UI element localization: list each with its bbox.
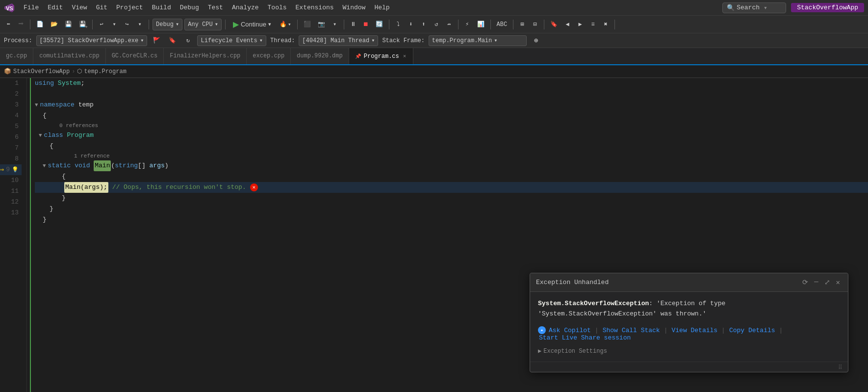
refresh-debug-button[interactable]: ↻ bbox=[182, 35, 193, 46]
hot-reload-button[interactable]: 🔥 ▾ bbox=[277, 18, 294, 31]
menu-tools[interactable]: Tools bbox=[264, 3, 291, 12]
sep-2: | bbox=[664, 327, 668, 334]
breadcrumb-class[interactable]: temp.Program bbox=[84, 68, 126, 75]
stop-button[interactable]: ⏹ bbox=[360, 18, 371, 31]
debug-mode-dropdown[interactable]: Debug ▾ bbox=[153, 19, 182, 30]
breadcrumb-project[interactable]: StackOverflowApp bbox=[13, 68, 70, 75]
clear-bookmarks-button[interactable]: ✖ bbox=[600, 18, 611, 31]
collapse-icon-5[interactable]: ▼ bbox=[39, 130, 42, 141]
lifecycle-dropdown[interactable]: Lifecycle Events ▾ bbox=[197, 35, 266, 46]
next-bookmark-button[interactable]: ▶ bbox=[575, 18, 586, 31]
menu-build[interactable]: Build bbox=[148, 3, 175, 12]
performance-button[interactable]: ⚡ bbox=[462, 18, 473, 31]
bookmark-debug-button[interactable]: 🔖 bbox=[166, 35, 179, 46]
gutter-line-5: 5 bbox=[0, 121, 22, 132]
tab-label: comutilnative.cpp bbox=[39, 52, 99, 59]
tab-gc-coreclr[interactable]: GC.CoreCLR.cs bbox=[106, 48, 164, 64]
breadcrumb-symbol-icon: ⬡ bbox=[77, 68, 82, 75]
method-name-highlighted: Main bbox=[94, 160, 111, 171]
thread-dropdown[interactable]: [40428] Main Thread ▾ bbox=[299, 35, 378, 46]
code-content[interactable]: using System ; ▼ namespace temp { 0 refe… bbox=[31, 78, 868, 392]
undo-dropdown[interactable]: ▾ bbox=[109, 18, 120, 31]
layout-button[interactable]: ⊞ bbox=[517, 18, 528, 31]
platform-dropdown[interactable]: Any CPU ▾ bbox=[184, 19, 222, 30]
tab-dump[interactable]: dump.9920.dmp bbox=[291, 48, 349, 64]
new-file-button[interactable]: 📄 bbox=[34, 18, 46, 31]
restart-button[interactable]: 🔄 bbox=[373, 18, 385, 31]
continue-button[interactable]: ▶ Continue ▾ bbox=[229, 19, 275, 30]
redo-button[interactable]: ↪ bbox=[122, 18, 132, 31]
close-exception-button[interactable]: ✕ bbox=[834, 277, 842, 287]
tab-finalizer[interactable]: FinalizerHelpers.cpp bbox=[164, 48, 247, 64]
menu-project[interactable]: Project bbox=[112, 3, 147, 12]
menu-extensions[interactable]: Extensions bbox=[292, 3, 338, 12]
code-line-9: Main(args); // Oops, this recursion won'… bbox=[35, 182, 868, 193]
view-details-button[interactable]: View Details bbox=[670, 327, 718, 334]
save-all-button[interactable]: 💾+ bbox=[77, 18, 89, 31]
step-back-button[interactable]: ↺ bbox=[431, 18, 442, 31]
menu-edit[interactable]: Edit bbox=[44, 3, 67, 12]
menu-view[interactable]: View bbox=[68, 3, 91, 12]
menu-window[interactable]: Window bbox=[339, 3, 370, 12]
collapse-icon-7[interactable]: ▼ bbox=[43, 160, 46, 171]
process-dropdown[interactable]: [35572] StackOverflowApp.exe ▾ bbox=[36, 35, 148, 46]
back-button[interactable]: ⬅ bbox=[3, 18, 14, 31]
stackframe-dropdown[interactable]: temp.Program.Main ▾ bbox=[429, 35, 527, 46]
pause-button[interactable]: ⏸ bbox=[348, 18, 358, 31]
breakpoints-button[interactable]: ⬛ bbox=[301, 18, 313, 31]
search-box[interactable]: 🔍 Search ▾ bbox=[722, 2, 786, 13]
run-to-cursor-button[interactable]: ↛ bbox=[444, 18, 455, 31]
menu-git[interactable]: Git bbox=[92, 3, 111, 12]
gutter-line-4: 4 bbox=[0, 110, 22, 121]
bookmark-button[interactable]: 🔖 bbox=[548, 18, 560, 31]
ref-label-5: 0 references bbox=[35, 121, 868, 130]
snapshot-button[interactable]: 📷 bbox=[315, 18, 328, 31]
param-args: args bbox=[150, 160, 165, 171]
minimize-icon[interactable]: ─ bbox=[812, 277, 820, 287]
step-out-button[interactable]: ⬆ bbox=[418, 18, 429, 31]
collapse-icon-3[interactable]: ▼ bbox=[35, 100, 38, 110]
detach-icon[interactable]: ⤢ bbox=[822, 277, 832, 287]
step-over-button[interactable]: ⤵ bbox=[393, 18, 404, 31]
menu-file[interactable]: File bbox=[20, 3, 43, 12]
history-icon[interactable]: ⟳ bbox=[800, 277, 810, 287]
copilot-icon: ✦ bbox=[538, 326, 546, 334]
exception-body: System.StackOverflowException: 'Exceptio… bbox=[530, 292, 848, 362]
ask-copilot-button[interactable]: Ask Copilot bbox=[548, 327, 592, 334]
tab-program-cs[interactable]: 📌 Program.cs × bbox=[349, 48, 414, 64]
more-actions-button[interactable]: ⊟ bbox=[530, 18, 540, 31]
start-live-share-button[interactable]: Start Live Share session bbox=[538, 334, 632, 341]
lightbulb-icon[interactable]: 💡 bbox=[12, 164, 19, 175]
resize-handle-icon[interactable]: ⠿ bbox=[838, 364, 844, 370]
bookmark-list-button[interactable]: ≡ bbox=[587, 18, 598, 31]
breadcrumb-separator: › bbox=[72, 68, 75, 75]
tab-excep[interactable]: excep.cpp bbox=[247, 48, 291, 64]
prev-bookmark-button[interactable]: ◀ bbox=[562, 18, 573, 31]
tab-pin-icon: 📌 bbox=[355, 53, 361, 59]
redo-dropdown[interactable]: ▾ bbox=[134, 18, 145, 31]
separator-1 bbox=[30, 20, 30, 29]
snapshot-dropdown[interactable]: ▾ bbox=[330, 18, 340, 31]
tab-close-button[interactable]: × bbox=[402, 53, 408, 60]
diagnostics-button[interactable]: 📊 bbox=[475, 18, 487, 31]
tab-comutilnative[interactable]: comutilnative.cpp bbox=[33, 48, 105, 64]
show-call-stack-button[interactable]: Show Call Stack bbox=[602, 327, 661, 334]
open-folder-button[interactable]: 📂 bbox=[48, 18, 60, 31]
save-button[interactable]: 💾 bbox=[62, 18, 75, 31]
forward-button[interactable]: ⮕ bbox=[16, 18, 26, 31]
undo-button[interactable]: ↩ bbox=[96, 18, 107, 31]
expand-stackframe-button[interactable]: ⊕ bbox=[531, 35, 541, 46]
menu-debug[interactable]: Debug bbox=[176, 3, 203, 12]
copy-details-button[interactable]: Copy Details bbox=[728, 327, 776, 334]
separator-7 bbox=[389, 20, 389, 29]
menu-test[interactable]: Test bbox=[204, 3, 227, 12]
exception-settings[interactable]: ▶ Exception Settings bbox=[538, 347, 840, 355]
hot-reload-dropdown: ▾ bbox=[288, 21, 291, 27]
tab-gc-cpp[interactable]: gc.cpp bbox=[0, 48, 33, 64]
menu-analyze[interactable]: Analyze bbox=[228, 3, 263, 12]
execution-arrow-icon: ⇒ bbox=[0, 164, 4, 175]
spelling-button[interactable]: ABC bbox=[494, 18, 510, 31]
menu-help[interactable]: Help bbox=[370, 3, 393, 12]
step-into-button[interactable]: ⬇ bbox=[406, 18, 416, 31]
code-line-5: ▼ class Program bbox=[35, 130, 868, 141]
